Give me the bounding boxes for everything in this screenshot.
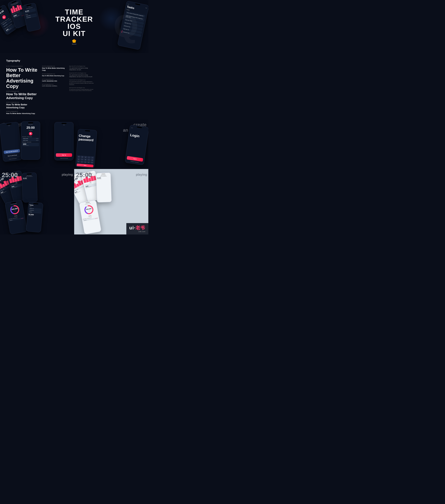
col2-h1-text: How To Write Better Advertising Copy [42, 67, 66, 72]
hero-section: Mark Morten 25:00 00:00:00 RECENT TRACKE… [0, 0, 148, 53]
svg-text:$42,000: $42,000 [11, 207, 18, 211]
account-link[interactable]: I Have an Account [56, 158, 72, 159]
email-signup-button[interactable]: Sign Up with Email [4, 153, 20, 158]
signup-form-phone: 9:41 Sign Up I Have an Account [54, 122, 74, 160]
svg-text:$42,000: $42,000 [86, 208, 92, 210]
watermark: ui·老爷 uil8.com [126, 223, 148, 234]
h4-label: H4 SF Pro Display Bold 16 [6, 111, 38, 112]
col3-normal-label: Normal Text SF Pro Text Regular 14 pt [69, 72, 94, 74]
playing-overlay: playing [62, 173, 73, 177]
tracker-home-phone: time tracker 25:00 00:00:00 RECENT TRACK… [21, 121, 40, 160]
title-line4: UI KIT [63, 29, 86, 37]
svg-text:Total: Total [14, 211, 16, 212]
bottom-right-light: 25:00 playing Mark Morten 25:00 00:00:00 [74, 169, 148, 234]
bottom-light-circle-phone: November 2019 $42,000 Total $5,500 $30,0… [79, 200, 101, 234]
typography-grid: H1 SF UI Display Semibold 48 pt How To W… [6, 66, 142, 115]
q-watermark: Q [113, 10, 138, 42]
h4-text: How To Write Better Advertising Copy [6, 112, 38, 115]
col3-small-label: Small Text SF Pro Text Regular 12 pt [69, 79, 94, 81]
change-password-phone: Changepassword q w e r t a s d [75, 129, 97, 168]
circle-chart: $42,000 Total [9, 204, 20, 216]
page: Mark Morten 25:00 00:00:00 RECENT TRACKE… [0, 0, 148, 234]
typo-col-1: H1 SF UI Display Semibold 48 pt How To W… [6, 66, 38, 115]
col2-h2-label: H5 SF Pro Display Bold 12 pt [42, 73, 66, 74]
timer-overlay-left: 25:00 [2, 171, 18, 179]
have-account-link[interactable]: I have an Account [4, 158, 21, 160]
bottom-section: 25:00 playing Mark Morten 25:00 00:00:00 [0, 169, 148, 234]
hero-phone-3: 22 h #INV-20192903-1 $2,000 Mark Morten … [22, 3, 41, 32]
section-label-typography: Typography [6, 59, 142, 62]
h2-text: How To Write Better Advertising Copy [6, 92, 38, 100]
col3-small-text: Yes, government must lead on energy inde… [69, 81, 94, 86]
title-line1: TIME [65, 8, 84, 16]
sketch-label: Sketch [72, 43, 76, 45]
circle-chart-light: $42,000 Total [83, 204, 95, 216]
notch [62, 123, 67, 124]
col3-mini-text: Yes, government must lead on energy inde… [69, 89, 94, 91]
bottom-light-phone-3: Mark Morten #INV-20192903-1 $2,000 Mark … [96, 172, 112, 203]
change-pwd-title: Changepassword [78, 134, 95, 142]
watermark-text: ui·老爷 [129, 225, 145, 230]
col2-caps-big-text: CAPS HEADING BIG [42, 80, 66, 82]
hero-title: TIME TRACKER IOS UI KIT Sketch [55, 8, 93, 45]
send-button[interactable]: Send [77, 163, 93, 167]
typography-section: Typography H1 SF UI Display Semibold 48 … [0, 53, 148, 120]
h1-text: How To Write Better Advertising Copy [6, 67, 38, 89]
sketch-icon [72, 39, 76, 43]
title-line3: IOS [68, 22, 81, 30]
sketch-badge: Sketch [55, 39, 93, 45]
title-line2: TRACKER [55, 15, 93, 23]
h3-text: How To Write Better Advertising Copy [6, 103, 38, 109]
hero-phones-group: Mark Morten 25:00 00:00:00 RECENT TRACKE… [0, 0, 58, 53]
bottom-dark-phone-3: Mark Morten #INV-20192903-1 $2,000 Mark … [22, 172, 37, 203]
bottom-left-dark: 25:00 playing Mark Morten 25:00 00:00:00 [0, 169, 74, 234]
bottom-circle-phone: November 2019 $42,000 Total $5,500 $30,0… [5, 200, 27, 234]
h1-label: H1 SF UI Display Semibold 48 pt [6, 66, 38, 67]
signup-button[interactable]: Sign Up [56, 153, 72, 157]
watermark-url: uil8.com [129, 231, 145, 233]
col2-h2-text: How To Write Better Advertising Copy [42, 75, 66, 77]
timer-overlay-right: 25:00 [76, 171, 92, 179]
col3-base-label: Base Text SF Pro Text Regular 10 pt [69, 66, 94, 67]
auth-section: time tracker tracking is easy create an … [0, 120, 148, 169]
svg-text:Total: Total [88, 211, 90, 212]
login-title: Login [130, 133, 146, 139]
col2-caps-normal-text: CAPS HEADING NORMAL [42, 85, 66, 87]
h3-label: H3 SF Pro Display Bold 24 pt [6, 102, 38, 103]
col3-normal-text: Yes, government must lead on energy inde… [69, 74, 94, 78]
h2-label: H2 SF Pro Display Bold 34 pt [6, 91, 38, 92]
col2-h1-label: H5 SF Pro Display Bold 14 pt [42, 66, 66, 67]
col2-caps-big-label: SF Pro Display Bold 14 pt [42, 79, 66, 80]
typo-col-2: H5 SF Pro Display Bold 14 pt How To Writ… [42, 66, 66, 87]
bottom-tasks-phone: Tasks Today Design work Development Meet… [26, 202, 43, 233]
col3-base-text: Yes, government must lead on energy inde… [69, 67, 94, 71]
timer-display: 25:00 [22, 126, 39, 130]
typo-col-3: Base Text SF Pro Text Regular 10 pt Yes,… [69, 66, 94, 91]
col3-mini-label: Mini Text SF Pro Text Regular 10 pt [69, 87, 94, 88]
col2-caps-normal-label: SF Pro Display Bold 11 pt [42, 84, 66, 85]
notch [28, 122, 33, 123]
playing-overlay-right: playing [136, 173, 147, 177]
